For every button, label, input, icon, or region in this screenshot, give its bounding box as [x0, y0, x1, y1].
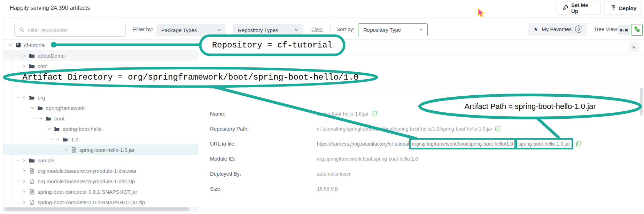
tree-item-com[interactable]: com	[3, 61, 198, 71]
info-row: Name:spring-boot-hello-1.0.jar	[199, 106, 644, 121]
wrench-icon	[562, 5, 568, 12]
value-text[interactable]: https://harness.jfrog.io/artifactory/cf-…	[317, 141, 409, 147]
my-favorites-label: My Favorites	[542, 26, 572, 32]
chevron-right-icon[interactable]	[21, 178, 27, 184]
tree-connector	[16, 171, 20, 171]
tree-item-springframework[interactable]: springframework	[3, 103, 198, 113]
tree-item-org[interactable]: org	[3, 92, 198, 103]
tree-item-spring-boot-hello[interactable]: spring-boot-hello	[3, 124, 198, 134]
tree-connector	[16, 181, 20, 182]
my-favorites-button[interactable]: ★ My Favorites 0	[528, 23, 587, 36]
artifact-browser-card: Filter by: Package Types Repository Type…	[3, 17, 644, 214]
chevron-right-icon[interactable]	[21, 53, 27, 58]
tree-row-spacer	[3, 82, 198, 92]
copy-icon[interactable]	[576, 141, 581, 147]
tree-item-spring-boot-complete-0.0.2-SNAPSHOT.jar.zip[interactable]: spring-boot-complete-0.0.2-SNAPSHOT.jar.…	[3, 197, 198, 207]
tree-view-label: Tree View:	[594, 26, 619, 32]
folder-icon	[29, 53, 35, 59]
sort-value: Repository Type	[363, 27, 401, 33]
sort-by-label: Sort by:	[336, 26, 355, 32]
chevron-right-icon[interactable]	[21, 63, 27, 69]
chevron-down-icon[interactable]	[55, 136, 60, 142]
value-text: spring-boot-hello-1.0.jar	[317, 111, 368, 117]
info-row: Repository Path:cf-tutorial/org/springfr…	[199, 121, 644, 136]
folder-open-icon	[29, 95, 35, 101]
tree-item-spring-boot-complete-0.0.1-SNAPSHOT.jar[interactable]: spring-boot-complete-0.0.1-SNAPSHOT.jar	[3, 186, 198, 197]
search-input[interactable]	[28, 27, 121, 33]
info-row-label: Name:	[210, 111, 317, 117]
tree-connector	[16, 66, 20, 66]
info-vertical-scrollbar[interactable]	[640, 88, 643, 116]
value-text: automationuser	[317, 171, 351, 177]
slash-glyph: /	[623, 28, 624, 32]
tree-item-1.0[interactable]: 1.0	[3, 134, 198, 145]
filter-by-label: Filter by:	[133, 26, 153, 32]
tree-horizontal-scrollbar[interactable]	[3, 207, 198, 212]
tree-item-cf-tutorial[interactable]: cf-tutorial	[3, 40, 198, 50]
chevron-right-icon[interactable]	[21, 199, 27, 205]
folder-open-icon	[62, 136, 68, 142]
folder-icon	[29, 157, 35, 163]
folder-open-icon	[54, 126, 60, 132]
chevron-down-icon[interactable]	[30, 105, 35, 111]
package-types-label: Package Types	[161, 27, 197, 33]
app-header: Happily serving 24,390 artifacts Set Me …	[0, 0, 644, 17]
tree-connector	[49, 139, 54, 140]
copy-icon[interactable]	[495, 126, 501, 132]
tree-item-label: boot	[54, 116, 64, 121]
download-button[interactable]	[629, 42, 639, 52]
info-row-label: Deployed By:	[210, 171, 317, 177]
tree-connector	[16, 192, 20, 192]
tree-view-toggle-button[interactable]	[631, 24, 643, 36]
chevron-down-icon[interactable]	[38, 116, 44, 121]
repository-types-label: Repository Types	[238, 27, 278, 33]
chevron-down-icon	[217, 27, 221, 33]
highlighted-url-segment[interactable]: org/springframework/boot/spring-boot-hel…	[409, 138, 516, 149]
tree-item-org:module:baseerev:mymodule-1-dist.war[interactable]: org:module:baseerev:mymodule-1-dist.war	[3, 165, 198, 176]
info-row-value: spring-boot-hello-1.0.jar	[317, 111, 377, 117]
zip-icon	[29, 178, 35, 184]
artifact-info-panel: Info Name:spring-boot-hello-1.0.jarRepos…	[199, 40, 644, 214]
tree-item-label: org:module:baseerev:mymodule-1-dist.zip	[38, 178, 135, 184]
info-rows: Name:spring-boot-hello-1.0.jarRepository…	[199, 106, 644, 196]
package-types-dropdown[interactable]: Package Types	[156, 24, 225, 36]
deploy-button[interactable]: Deploy	[605, 2, 642, 14]
highlighted-url-segment[interactable]: spring-boot-hello-1.0.jar	[516, 138, 573, 149]
tree-item-label: org:module:baseerev:mymodule-1-dist.war	[38, 168, 137, 174]
tree-item-label: spring-boot-complete-0.0.1-SNAPSHOT.jar	[38, 189, 137, 195]
tree-item-label: spring-boot-complete-0.0.2-SNAPSHOT.jar.…	[38, 199, 145, 205]
info-row-value[interactable]: https://harness.jfrog.io/artifactory/cf-…	[317, 141, 581, 147]
tree-item-label: org	[38, 95, 45, 101]
tree-connector	[33, 118, 37, 119]
chevron-down-icon[interactable]	[46, 126, 52, 132]
flat-view-toggle-button[interactable]: /	[618, 25, 630, 35]
chevron-right-icon[interactable]	[63, 147, 69, 153]
tree-rows: cf-tutorialabbotDemocomorgspringframewor…	[3, 40, 198, 207]
repository-types-dropdown[interactable]: Repository Types	[233, 24, 303, 36]
copy-icon[interactable]	[372, 111, 377, 117]
set-me-up-button[interactable]: Set Me Up	[557, 2, 600, 14]
tree-item-abbotDemo[interactable]: abbotDemo	[3, 50, 198, 61]
jar-icon	[29, 168, 35, 174]
chevron-down-icon[interactable]	[8, 42, 13, 48]
upload-icon	[611, 5, 616, 12]
clear-filters-link[interactable]: Clear	[311, 27, 323, 32]
chevron-right-icon[interactable]	[21, 157, 27, 163]
tree-item-spring-boot-hello-1.0.jar[interactable]: spring-boot-hello-1.0.jar	[3, 145, 198, 155]
info-row-value: 16.68 MB	[317, 186, 338, 192]
info-row-label: URL to file:	[210, 141, 317, 147]
chevron-right-icon[interactable]	[21, 189, 27, 194]
chevron-right-icon[interactable]	[21, 168, 27, 174]
jar-icon	[71, 147, 77, 153]
serving-status-text: Happily serving 24,390 artifacts	[10, 5, 90, 11]
tree-item-boot[interactable]: boot	[3, 113, 198, 124]
star-icon: ★	[533, 27, 538, 32]
scrollbar-thumb[interactable]	[5, 207, 189, 211]
chevron-down-icon[interactable]	[21, 95, 27, 100]
tree-connector	[16, 202, 20, 202]
chevron-down-icon	[419, 27, 423, 33]
tree-item-sample[interactable]: sample	[3, 155, 198, 165]
tree-item-org:module:baseerev:mymodule-1-dist.zip[interactable]: org:module:baseerev:mymodule-1-dist.zip	[3, 176, 198, 186]
info-section-rule	[225, 88, 636, 88]
sort-dropdown[interactable]: Repository Type	[358, 23, 428, 36]
